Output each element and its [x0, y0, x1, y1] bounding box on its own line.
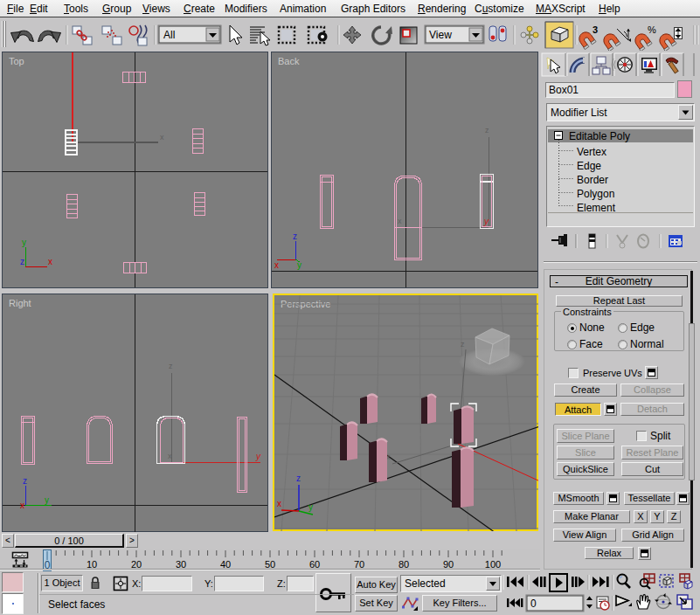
svg-text:x: x	[160, 133, 164, 142]
svg-text:z: z	[20, 257, 24, 266]
svg-text:z: z	[485, 126, 489, 135]
svg-text:View: View	[429, 29, 452, 41]
svg-text:x: x	[398, 217, 402, 225]
svg-text:z: z	[169, 362, 173, 370]
svg-text:y: y	[483, 217, 489, 226]
svg-text:x: x	[48, 257, 52, 266]
svg-text:z: z	[23, 476, 27, 486]
svg-text:z: z	[296, 473, 301, 483]
svg-text:All: All	[163, 29, 175, 41]
svg-text:z: z	[293, 231, 297, 241]
svg-text:0: 0	[530, 598, 537, 610]
svg-text:y: y	[308, 502, 313, 512]
svg-text:x: x	[274, 260, 279, 270]
svg-text:y: y	[297, 260, 301, 270]
svg-text:z: z	[461, 340, 465, 349]
svg-text:x: x	[168, 452, 172, 460]
svg-text:y: y	[45, 495, 49, 505]
svg-text:x: x	[277, 499, 281, 508]
svg-text:x: x	[20, 501, 24, 510]
svg-text:3: 3	[593, 24, 598, 35]
svg-text:y: y	[22, 238, 26, 247]
svg-text:%: %	[648, 24, 656, 35]
svg-text:y: y	[255, 452, 261, 461]
